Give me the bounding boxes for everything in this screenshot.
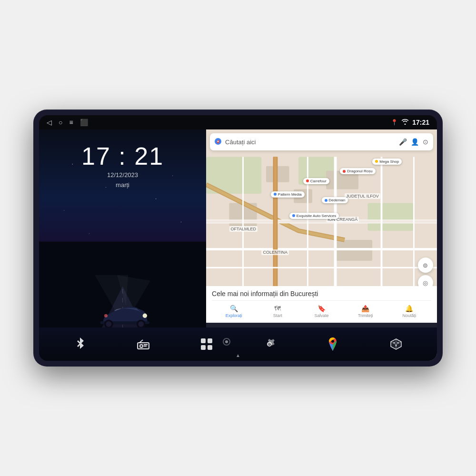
location-icon: 📍 xyxy=(391,119,398,126)
menu-button[interactable]: ≡ xyxy=(69,119,73,126)
news-label: Noutăți xyxy=(403,313,416,318)
map-label-judet: JUDEȚUL ILFOV xyxy=(345,193,380,199)
svg-point-49 xyxy=(395,345,397,347)
account-icon[interactable]: 👤 xyxy=(411,138,419,146)
map-search-placeholder: Căutați aici xyxy=(225,139,395,146)
svg-point-47 xyxy=(393,342,395,344)
dock-item-apps[interactable] xyxy=(198,335,216,353)
svg-point-13 xyxy=(138,321,144,327)
map-label-colentina: COLENTINA xyxy=(261,249,289,255)
map-search-bar[interactable]: Căutați aici 🎤 👤 ⊙ xyxy=(210,133,433,150)
map-label-oftalmed: OFTALMLED xyxy=(229,226,258,232)
status-right: 📍 17:21 xyxy=(391,119,429,126)
map-search-actions: 🎤 👤 ⊙ xyxy=(399,138,428,146)
map-tabs: 🔍 Explorați 🗺 Start 🔖 Salvate xyxy=(212,300,431,319)
saved-icon: 🔖 xyxy=(317,305,326,312)
microphone-icon[interactable]: 🎤 xyxy=(399,138,407,146)
settings-gear-icon xyxy=(260,335,278,353)
news-icon: 🔔 xyxy=(405,305,413,312)
location-target-icon: ◎ xyxy=(423,279,428,287)
explore-label: Explorați xyxy=(226,313,242,318)
status-time: 17:21 xyxy=(412,119,429,126)
clock-day: marți xyxy=(81,181,164,188)
svg-point-11 xyxy=(106,321,111,327)
svg-rect-18 xyxy=(368,203,414,231)
wifi-icon xyxy=(402,119,408,126)
map-tab-saved[interactable]: 🔖 Salvate xyxy=(299,304,343,319)
game-cube-icon xyxy=(387,335,405,353)
device: ◁ ○ ≡ ⬛ 📍 17:21 xyxy=(33,109,443,367)
dock-item-radio[interactable] xyxy=(134,335,152,353)
map-tab-explore[interactable]: 🔍 Explorați xyxy=(212,304,256,319)
svg-point-36 xyxy=(218,140,219,142)
maps-icon xyxy=(324,335,342,353)
dock-item-game[interactable] xyxy=(387,335,405,353)
right-panel: Pattern Media Carrefour Dragonul Roșu xyxy=(206,129,437,361)
clock-date: 12/12/2023 xyxy=(81,171,164,178)
layers-circle-icon: ⊚ xyxy=(423,262,428,269)
bluetooth-icon xyxy=(71,335,89,353)
svg-rect-43 xyxy=(201,338,206,343)
start-label: Start xyxy=(273,313,282,318)
map-place-dragonul: Dragonul Roșu xyxy=(340,168,375,174)
svg-point-9 xyxy=(104,314,108,317)
main-content: 17 : 21 12/12/2023 marți xyxy=(39,129,437,361)
svg-point-48 xyxy=(397,342,398,344)
svg-rect-46 xyxy=(208,345,212,350)
status-bar: ◁ ○ ≡ ⬛ 📍 17:21 xyxy=(39,115,437,129)
radio-icon xyxy=(134,335,152,353)
svg-rect-44 xyxy=(208,338,212,343)
map-place-dedeman: Dedeman xyxy=(322,197,348,203)
screenshot-button[interactable]: ⬛ xyxy=(80,119,88,126)
clock-time: 17 : 21 xyxy=(81,144,164,169)
dock-item-settings[interactable] xyxy=(260,335,278,353)
dock-item-bluetooth[interactable] xyxy=(71,335,89,353)
google-maps-icon xyxy=(215,138,221,146)
share-label: Trimiteți xyxy=(358,313,373,318)
svg-point-8 xyxy=(143,313,147,317)
map-place-mega: Mega Shop xyxy=(372,159,402,165)
map-tab-share[interactable]: 📤 Trimiteți xyxy=(344,304,387,319)
back-button[interactable]: ◁ xyxy=(47,119,52,126)
map-info-banner: Cele mai noi informații din București 🔍 … xyxy=(206,286,437,323)
layers-icon[interactable]: ⊙ xyxy=(423,138,428,146)
saved-label: Salvate xyxy=(315,313,329,318)
map-tab-start[interactable]: 🗺 Start xyxy=(256,304,299,319)
svg-rect-38 xyxy=(138,343,149,349)
bottom-dock: ▲ xyxy=(39,327,437,361)
share-icon: 📤 xyxy=(361,305,369,312)
svg-rect-45 xyxy=(201,345,206,350)
svg-rect-19 xyxy=(266,166,289,182)
map-place-exquisite: Exquisite Auto Services xyxy=(289,213,339,219)
map-info-title: Cele mai noi informații din București xyxy=(212,290,431,298)
map-place-pattern-media: Pattern Media xyxy=(271,191,305,198)
svg-point-37 xyxy=(225,340,228,343)
map-tab-news[interactable]: 🔔 Noutăți xyxy=(387,304,431,319)
my-location-button[interactable]: ⊚ xyxy=(418,258,433,273)
map-place-carrefour: Carrefour xyxy=(303,178,329,184)
home-button[interactable]: ○ xyxy=(59,119,62,126)
clock-display: 17 : 21 12/12/2023 marți xyxy=(81,144,164,188)
dock-item-maps[interactable] xyxy=(324,335,342,353)
dock-up-arrow[interactable]: ▲ xyxy=(236,353,240,358)
apps-grid-icon xyxy=(198,335,216,353)
start-icon: 🗺 xyxy=(274,305,281,312)
map-section[interactable]: Pattern Media Carrefour Dragonul Roșu xyxy=(206,129,437,323)
device-screen: ◁ ○ ≡ ⬛ 📍 17:21 xyxy=(39,115,437,361)
left-panel: 17 : 21 12/12/2023 marți xyxy=(39,129,206,361)
nav-buttons: ◁ ○ ≡ ⬛ xyxy=(47,119,88,126)
explore-icon: 🔍 xyxy=(230,305,238,312)
